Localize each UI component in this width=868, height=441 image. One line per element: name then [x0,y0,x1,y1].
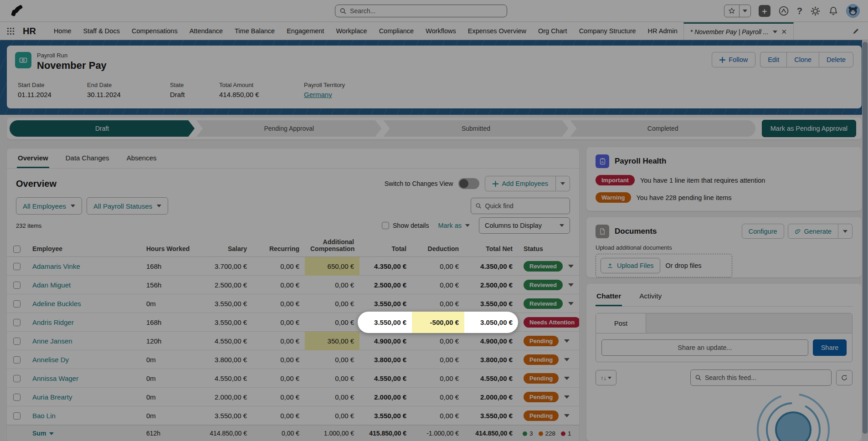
generate-button[interactable]: Generate [788,224,838,239]
tab-chevron-down-icon[interactable] [773,31,777,33]
changes-view-toggle[interactable] [458,178,479,189]
configure-button[interactable]: Configure [742,224,784,239]
row-checkbox[interactable] [7,350,27,369]
row-actions-chevron[interactable] [564,377,570,380]
nav-item-hr-admin[interactable]: HR Admin [642,22,683,40]
column-employee[interactable]: Employee [27,246,141,256]
share-update-field[interactable] [601,339,808,356]
row-checkbox[interactable] [7,369,27,388]
quick-find-search[interactable] [471,198,570,214]
row-actions-chevron[interactable] [568,302,574,305]
column-salary[interactable]: Salary [195,246,252,256]
row-actions-chevron[interactable] [564,395,570,399]
tab-chatter[interactable]: Chatter [596,288,622,306]
scrollbar-thumb[interactable] [863,42,868,434]
follow-button[interactable]: Follow [712,52,755,67]
employee-link[interactable]: Bao Lin [32,412,56,420]
column-recurring[interactable]: Recurring [252,246,305,256]
star-icon[interactable] [724,7,739,15]
employee-link[interactable]: Anne Jansen [32,337,72,345]
employee-link[interactable]: Adan Miguet [32,281,71,289]
edit-nav-pencil-icon[interactable] [852,22,868,40]
mark-as-dropdown[interactable]: Mark as [438,222,470,229]
upload-files-button[interactable]: Upload Files [601,258,660,273]
nav-item-compliance[interactable]: Compliance [373,22,420,40]
column-deduction[interactable]: Deduction [412,246,464,256]
add-employees-button[interactable]: Add Employees [485,176,556,191]
nav-item-time-balance[interactable]: Time Balance [229,22,281,40]
add-employees-dropdown-button[interactable] [556,176,570,191]
favorites-button[interactable] [724,5,751,17]
employee-link[interactable]: Annelise Dy [32,356,69,364]
employee-link[interactable]: Auria Brearty [32,393,72,401]
global-search-input[interactable] [350,7,502,15]
employee-link[interactable]: Annissa Wager [32,374,78,382]
employee-link[interactable]: Andris Ridger [32,318,74,326]
tab-post[interactable]: Post [596,313,646,333]
notifications-bell-icon[interactable] [828,6,838,16]
page-scrollbar[interactable] [862,40,868,441]
row-actions-chevron[interactable] [564,339,570,343]
setup-gear-icon[interactable] [810,6,821,16]
column-additional-compensation[interactable]: Additional Compensation [305,239,360,256]
columns-to-display-select[interactable]: Columns to Display [479,217,570,234]
row-checkbox[interactable] [7,332,27,350]
nav-item-home[interactable]: Home [48,22,77,40]
nav-item-workplace[interactable]: Workplace [330,22,373,40]
row-checkbox[interactable] [7,276,27,294]
path-stage-completed[interactable]: Completed [570,120,755,137]
nav-item-company-structure[interactable]: Company Structure [573,22,642,40]
row-actions-chevron[interactable] [568,265,574,268]
app-launcher-icon[interactable] [0,22,21,40]
mark-as-pending-approval-button[interactable]: Mark as Pending Approval [762,120,856,137]
nav-item-workflows[interactable]: Workflows [420,22,462,40]
path-stage-submitted[interactable]: Submitted [383,120,568,137]
generate-dropdown-button[interactable] [838,224,853,239]
employee-link[interactable]: Adeline Buckles [32,300,81,308]
nav-item-engagement[interactable]: Engagement [281,22,330,40]
select-all-checkbox[interactable] [7,246,27,256]
row-checkbox[interactable] [7,406,27,425]
column-total[interactable]: Total [360,246,412,256]
sum-dropdown[interactable]: Sum [27,426,141,441]
row-actions-chevron[interactable] [564,358,570,361]
row-actions-chevron[interactable] [568,283,574,287]
employee-link[interactable]: Adamaris Vinke [32,262,80,270]
tab-absences[interactable]: Absences [126,149,158,168]
nav-item-org-chart[interactable]: Org Chart [532,22,573,40]
row-checkbox[interactable] [7,294,27,313]
tab-close-icon[interactable]: ✕ [781,28,787,36]
clone-button[interactable]: Clone [786,52,819,67]
quick-find-input[interactable] [485,202,565,210]
nav-item-expenses-overview[interactable]: Expenses Overview [462,22,532,40]
user-avatar[interactable] [846,4,860,18]
workspace-tab-november-pay[interactable]: * November Pay | Payroll ... ✕ [683,22,794,40]
file-dropzone[interactable]: Upload Files Or drop files [596,254,732,277]
share-button[interactable]: Share [813,339,847,356]
tab-data-changes[interactable]: Data Changes [65,149,110,168]
row-checkbox[interactable] [7,388,27,406]
nav-item-compensations[interactable]: Compensations [126,22,184,40]
guidance-icon[interactable] [778,5,789,16]
row-checkbox[interactable] [7,257,27,276]
tab-overview[interactable]: Overview [17,149,49,168]
feed-sort-button[interactable]: ↑↓ [596,370,616,385]
nav-item-staff-docs[interactable]: Staff & Docs [77,22,126,40]
share-update-input[interactable] [607,344,802,351]
filter-all-payroll-statuses[interactable]: All Payroll Statuses [87,197,168,215]
tab-activity[interactable]: Activity [638,288,663,306]
delete-button[interactable]: Delete [819,52,853,67]
global-search[interactable] [335,5,507,17]
global-actions-icon[interactable]: + [759,5,770,17]
favorites-dropdown-icon[interactable] [739,5,750,17]
column-hours-worked[interactable]: Hours Worked [141,246,195,256]
nav-item-attendance[interactable]: Attendance [184,22,229,40]
path-stage-pending-approval[interactable]: Pending Approval [196,120,381,137]
column-status[interactable]: Status [518,246,579,256]
path-stage-draft[interactable]: Draft [10,120,195,137]
row-actions-chevron[interactable] [564,414,570,417]
row-checkbox[interactable] [7,313,27,332]
show-details-checkbox[interactable]: Show details [382,222,429,229]
help-icon[interactable]: ? [797,6,802,16]
edit-button[interactable]: Edit [760,52,786,67]
